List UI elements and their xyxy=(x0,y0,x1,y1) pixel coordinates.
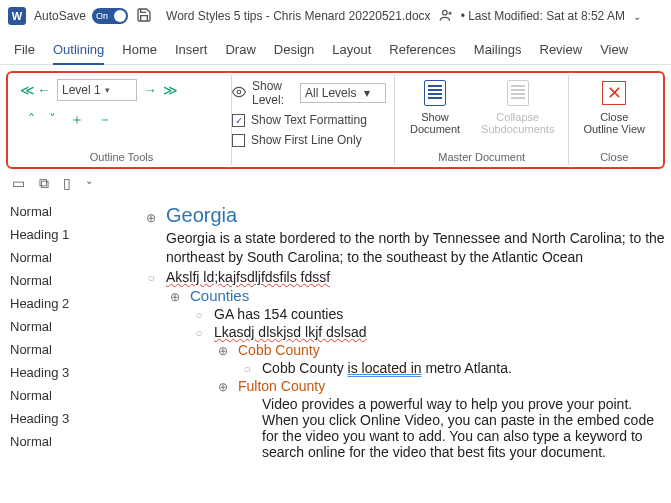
show-level-label: Show Level: xyxy=(252,79,294,107)
collapse-icon[interactable]: － xyxy=(98,111,112,129)
autosave-toggle[interactable]: On xyxy=(92,8,128,24)
style-item[interactable]: Normal xyxy=(10,342,120,357)
body-text[interactable]: Georgia is a state bordered to the north… xyxy=(166,229,671,267)
collapse-subdocuments-button: Collapse Subdocuments xyxy=(475,79,560,135)
style-item[interactable]: Normal xyxy=(10,388,120,403)
body-bullet-icon[interactable]: ○ xyxy=(240,362,254,376)
page-icon[interactable]: ▭ xyxy=(12,175,25,192)
show-text-formatting-checkbox[interactable] xyxy=(232,114,245,127)
show-first-line-label: Show First Line Only xyxy=(251,133,362,147)
document-icon xyxy=(507,80,529,106)
body-bullet-icon[interactable]: ○ xyxy=(144,271,158,285)
style-sidebar: Normal Heading 1 Normal Normal Heading 2… xyxy=(0,198,130,501)
demote-icon[interactable]: → xyxy=(143,82,157,98)
style-item[interactable]: Normal xyxy=(10,204,120,219)
save-icon[interactable] xyxy=(136,7,152,26)
chevron-down-icon: ▾ xyxy=(364,86,370,100)
demote-to-body-icon[interactable]: ≫ xyxy=(163,82,174,98)
style-item[interactable]: Normal xyxy=(10,250,120,265)
style-item[interactable]: Heading 2 xyxy=(10,296,120,311)
document-title: Word Styles 5 tips - Chris Menard 202205… xyxy=(166,9,431,23)
document-outline: ⊕Georgia ·Georgia is a state bordered to… xyxy=(130,198,671,501)
promote-to-heading1-icon[interactable]: ≪ xyxy=(20,82,31,98)
style-item[interactable]: Heading 3 xyxy=(10,411,120,426)
heading1-text[interactable]: Georgia xyxy=(166,204,237,227)
style-item[interactable]: Normal xyxy=(10,273,120,288)
tab-insert[interactable]: Insert xyxy=(175,38,208,64)
chevron-down-icon[interactable]: ⌄ xyxy=(85,175,93,192)
ribbon-tabs: File Outlining Home Insert Draw Design L… xyxy=(0,32,671,65)
show-level-value: All Levels xyxy=(305,86,356,100)
tab-file[interactable]: File xyxy=(14,38,35,64)
move-down-icon[interactable]: ˅ xyxy=(49,111,56,129)
group-label-master-document: Master Document xyxy=(403,151,560,163)
style-item[interactable]: Heading 1 xyxy=(10,227,120,242)
title-bar: W AutoSave On Word Styles 5 tips - Chris… xyxy=(0,0,671,32)
secondary-toolbar: ▭ ⧉ ▯ ⌄ xyxy=(0,169,671,198)
page-layout-icon[interactable]: ▯ xyxy=(63,175,71,192)
document-icon xyxy=(424,80,446,106)
show-level-select[interactable]: All Levels ▾ xyxy=(300,83,386,103)
show-first-line-checkbox[interactable] xyxy=(232,134,245,147)
show-text-formatting-label: Show Text Formatting xyxy=(251,113,367,127)
body-text[interactable]: GA has 154 counties xyxy=(214,306,343,322)
expand-icon[interactable]: ＋ xyxy=(70,111,84,129)
autosave-control[interactable]: AutoSave On xyxy=(34,8,128,24)
body-text[interactable]: Akslfj ld;kajfsdljfdsfils fdssf xyxy=(166,269,330,285)
group-label-close: Close xyxy=(577,151,651,163)
outline-level-value: Level 1 xyxy=(62,83,101,97)
expand-bullet-icon[interactable]: ⊕ xyxy=(216,380,230,394)
tab-layout[interactable]: Layout xyxy=(332,38,371,64)
group-label-outline-tools: Outline Tools xyxy=(20,151,223,163)
promote-icon[interactable]: ← xyxy=(37,82,51,98)
heading3-text[interactable]: Cobb County xyxy=(238,342,320,358)
tab-references[interactable]: References xyxy=(389,38,455,64)
tab-outlining[interactable]: Outlining xyxy=(53,38,104,65)
close-outline-view-button[interactable]: ✕ Close Outline View xyxy=(577,79,651,135)
page-width-icon[interactable]: ⧉ xyxy=(39,175,49,192)
share-person-icon[interactable] xyxy=(439,8,453,25)
expand-bullet-icon[interactable]: ⊕ xyxy=(216,344,230,358)
outline-level-select[interactable]: Level 1 ▾ xyxy=(57,79,137,101)
word-logo: W xyxy=(8,7,26,25)
svg-point-3 xyxy=(237,90,241,94)
tab-design[interactable]: Design xyxy=(274,38,314,64)
chevron-down-icon[interactable]: ⌄ xyxy=(633,11,641,22)
ribbon-highlight: ≪ ← Level 1 ▾ → ≫ ˄ ˅ ＋ － Outline Tools xyxy=(6,71,665,169)
style-item[interactable]: Normal xyxy=(10,434,120,449)
heading2-text[interactable]: Counties xyxy=(190,287,249,304)
tab-draw[interactable]: Draw xyxy=(225,38,255,64)
tab-mailings[interactable]: Mailings xyxy=(474,38,522,64)
expand-bullet-icon[interactable]: ⊕ xyxy=(144,211,158,225)
eye-icon xyxy=(232,85,246,102)
expand-bullet-icon[interactable]: ⊕ xyxy=(168,290,182,304)
move-up-icon[interactable]: ˄ xyxy=(28,111,35,129)
body-text[interactable]: Lkasdj dlskjsd lkjf dslsad xyxy=(214,324,367,340)
last-modified: • Last Modified: Sat at 8:52 AM xyxy=(461,9,625,23)
tab-review[interactable]: Review xyxy=(540,38,583,64)
chevron-down-icon: ▾ xyxy=(105,85,110,95)
ribbon: ≪ ← Level 1 ▾ → ≫ ˄ ˅ ＋ － Outline Tools xyxy=(12,75,659,165)
body-bullet-icon[interactable]: ○ xyxy=(192,326,206,340)
style-item[interactable]: Normal xyxy=(10,319,120,334)
body-text[interactable]: Video provides a powerful way to help yo… xyxy=(262,396,671,460)
svg-point-0 xyxy=(442,10,447,15)
close-icon: ✕ xyxy=(602,81,626,105)
tab-view[interactable]: View xyxy=(600,38,628,64)
autosave-label: AutoSave xyxy=(34,9,86,23)
heading3-text[interactable]: Fulton County xyxy=(238,378,325,394)
body-text[interactable]: Cobb County is located in metro Atlanta. xyxy=(262,360,512,376)
style-item[interactable]: Heading 3 xyxy=(10,365,120,380)
tab-home[interactable]: Home xyxy=(122,38,157,64)
show-document-button[interactable]: Show Document xyxy=(403,79,467,135)
body-bullet-icon[interactable]: ○ xyxy=(192,308,206,322)
